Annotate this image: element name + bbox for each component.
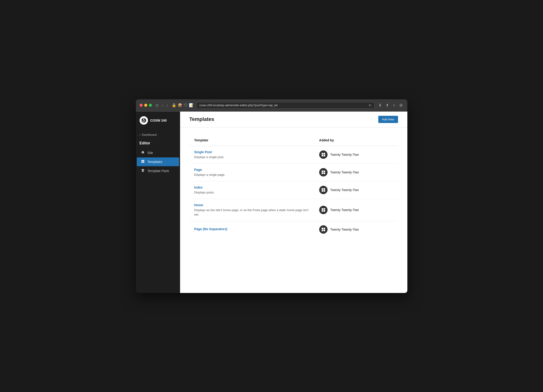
template-description: Displays posts.	[194, 191, 215, 194]
theme-icon	[319, 151, 328, 159]
new-tab-icon[interactable]: +	[392, 102, 396, 108]
templates-icon	[141, 159, 145, 164]
wp-logo	[140, 116, 148, 125]
template-name-link[interactable]: Single Post	[194, 150, 310, 154]
sidebar-item-site[interactable]: Site	[137, 148, 179, 157]
template-description: Displays a single post.	[194, 155, 224, 159]
theme-icon	[319, 225, 328, 234]
sidebar-item-template-parts-label: Template Parts	[147, 169, 169, 173]
sidebar-item-templates[interactable]: Templates	[137, 157, 179, 166]
sidebar-logo: COSW 240	[136, 112, 180, 129]
refresh-icon[interactable]: ↻	[369, 103, 372, 107]
browser-chrome: ⊡ ‹ › 🔒 📦 🛡 📝 cosw-240.local/wp-admin/si…	[136, 99, 407, 112]
added-by-cell: Twenty Twenty-Two	[319, 168, 393, 176]
browser-controls: ⊡ ‹ ›	[155, 103, 169, 108]
template-parts-icon	[141, 168, 145, 173]
table-row[interactable]: PageDisplays a single page.Twenty Twenty…	[189, 163, 398, 181]
grid-icon[interactable]: ⊞	[398, 102, 404, 108]
theme-name: Twenty Twenty-Two	[330, 170, 359, 174]
download-icon[interactable]: ⬇	[377, 102, 383, 108]
template-name-link[interactable]: Page	[194, 168, 310, 172]
theme-icon	[319, 206, 328, 214]
theme-name: Twenty Twenty-Two	[330, 208, 359, 212]
share-icon[interactable]: ⬆	[385, 102, 390, 108]
add-new-button[interactable]: Add New	[378, 116, 398, 123]
extension-icon-1[interactable]: 📦	[178, 103, 182, 107]
app-layout: COSW 240 ‹ Dashboard Editor Site	[136, 112, 407, 293]
table-row[interactable]: IndexDisplays posts.Twenty Twenty-Two	[189, 181, 398, 199]
theme-name: Twenty Twenty-Two	[330, 188, 359, 192]
added-by-cell: Twenty Twenty-Two	[319, 151, 393, 159]
address-bar[interactable]: cosw-240.local/wp-admin/site-editor.php?…	[196, 102, 374, 109]
url-text: cosw-240.local/wp-admin/site-editor.php?…	[199, 103, 278, 107]
added-by-cell: Twenty Twenty-Two	[319, 206, 393, 214]
table-row[interactable]: Single PostDisplays a single post.Twenty…	[189, 146, 398, 163]
page-title: Templates	[189, 116, 214, 122]
sidebar-nav: ‹ Dashboard Editor Site	[136, 129, 180, 177]
close-button[interactable]	[140, 104, 143, 107]
theme-name: Twenty Twenty-Two	[330, 228, 359, 231]
theme-icon	[319, 168, 328, 176]
editor-section-title: Editor	[136, 139, 180, 148]
back-button[interactable]: ‹	[161, 103, 164, 108]
main-header: Templates Add New	[180, 112, 407, 127]
table-row[interactable]: Page (No Separators)Twenty Twenty-Two	[189, 221, 398, 238]
extension-icons: 🔒 📦 🛡 📝	[172, 103, 193, 107]
column-header-template: Template	[189, 134, 315, 146]
dashboard-back-link[interactable]: ‹ Dashboard	[136, 131, 180, 139]
added-by-cell: Twenty Twenty-Two	[319, 186, 393, 194]
theme-icon	[319, 186, 328, 194]
sidebar: COSW 240 ‹ Dashboard Editor Site	[136, 112, 180, 293]
sidebar-toggle-button[interactable]: ⊡	[155, 103, 159, 108]
extension-icon-3[interactable]: 📝	[189, 103, 193, 107]
template-description: Displays a single page.	[194, 173, 226, 176]
extension-icon-2[interactable]: 🛡	[184, 103, 187, 107]
sidebar-item-templates-label: Templates	[147, 160, 162, 164]
template-name-link[interactable]: Home	[194, 203, 310, 207]
table-row[interactable]: HomeDisplays as the site's home page, or…	[189, 199, 398, 221]
sidebar-item-template-parts[interactable]: Template Parts	[137, 167, 179, 175]
template-description: Displays as the site's home page, or as …	[194, 208, 309, 216]
forward-button[interactable]: ›	[166, 103, 169, 108]
template-name-link[interactable]: Page (No Separators)	[194, 227, 310, 231]
minimize-button[interactable]	[144, 104, 147, 107]
site-name: COSW 240	[150, 118, 167, 122]
templates-table-container: Template Added by Single PostDisplays a …	[180, 127, 407, 293]
dashboard-label: Dashboard	[142, 133, 157, 136]
added-by-cell: Twenty Twenty-Two	[319, 225, 393, 234]
browser-actions: ⬇ ⬆ + ⊞	[377, 102, 403, 108]
home-icon	[141, 151, 145, 155]
1password-icon[interactable]: 🔒	[172, 103, 176, 107]
back-chevron-icon: ‹	[140, 133, 141, 136]
templates-table: Template Added by Single PostDisplays a …	[189, 134, 398, 238]
table-header-row: Template Added by	[189, 134, 398, 146]
template-name-link[interactable]: Index	[194, 185, 310, 189]
browser-window: ⊡ ‹ › 🔒 📦 🛡 📝 cosw-240.local/wp-admin/si…	[136, 99, 407, 293]
traffic-lights	[140, 104, 152, 107]
theme-name: Twenty Twenty-Two	[330, 153, 359, 157]
main-content: Templates Add New Template Added by Sing…	[180, 112, 407, 293]
fullscreen-button[interactable]	[149, 104, 152, 107]
column-header-added-by: Added by	[315, 134, 398, 146]
sidebar-item-site-label: Site	[147, 151, 153, 155]
